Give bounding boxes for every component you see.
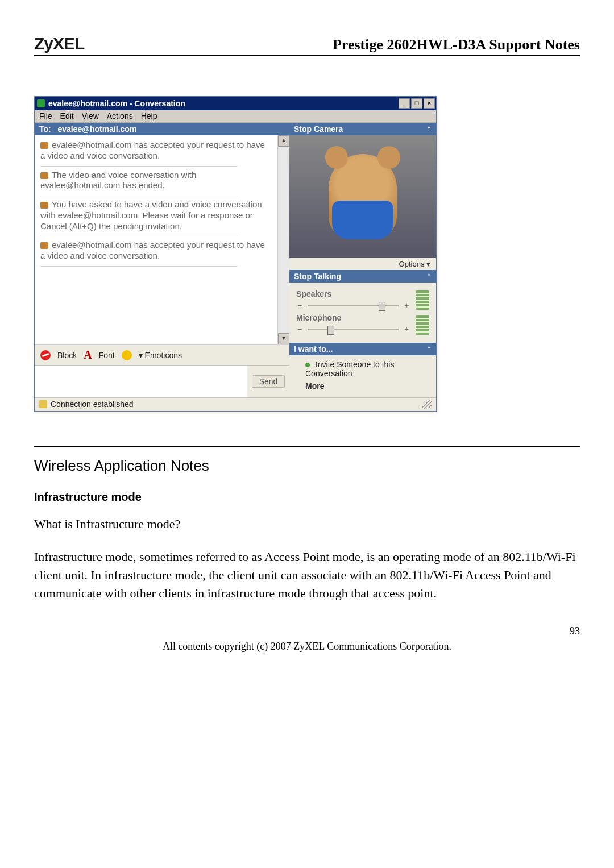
maximize-button[interactable]: □	[411, 98, 422, 109]
decrease-icon[interactable]: −	[296, 301, 303, 310]
menu-view[interactable]: View	[82, 111, 99, 121]
conversation-log: evalee@hotmail.com has accepted your req…	[35, 135, 277, 332]
panel-title: I want to...	[294, 344, 333, 354]
increase-icon[interactable]: +	[403, 301, 410, 310]
status-icon	[40, 242, 48, 249]
messenger-window: evalee@hotmail.com - Conversation _ □ × …	[34, 96, 437, 412]
log-line: evalee@hotmail.com has accepted your req…	[40, 140, 265, 160]
panel-stop-talking[interactable]: Stop Talking ⌃	[289, 270, 436, 283]
more-link[interactable]: More	[305, 381, 429, 391]
collapse-icon[interactable]: ⌃	[426, 273, 432, 280]
panel-i-want-to[interactable]: I want to... ⌃	[289, 343, 436, 355]
doc-header: ZyXEL Prestige 2602HWL-D3A Support Notes	[34, 34, 580, 56]
scrollbar[interactable]: ▲ ▼	[277, 135, 289, 344]
collapse-icon[interactable]: ⌃	[426, 126, 432, 133]
block-button[interactable]: Block	[57, 351, 77, 360]
speakers-slider[interactable]	[308, 305, 399, 306]
invite-link[interactable]: Invite Someone to this Conversation	[305, 360, 429, 378]
menu-edit[interactable]: Edit	[60, 111, 74, 121]
window-titlebar[interactable]: evalee@hotmail.com - Conversation _ □ ×	[35, 97, 436, 110]
menu-file[interactable]: File	[39, 111, 52, 121]
menubar: File Edit View Actions Help	[35, 110, 436, 123]
minimize-button[interactable]: _	[399, 98, 410, 109]
decrease-icon[interactable]: −	[296, 325, 303, 334]
panel-title: Stop Talking	[294, 272, 341, 281]
options-dropdown[interactable]: Options ▾	[399, 260, 430, 268]
increase-icon[interactable]: +	[403, 325, 410, 334]
to-value: evalee@hotmail.com	[57, 124, 136, 134]
collapse-icon[interactable]: ⌃	[426, 346, 432, 353]
block-icon[interactable]	[40, 350, 51, 360]
speaker-level-meter	[416, 290, 429, 310]
microphone-slider[interactable]	[308, 329, 399, 330]
window-title: evalee@hotmail.com - Conversation	[48, 99, 185, 108]
resize-grip-icon[interactable]	[422, 400, 432, 409]
log-line: evalee@hotmail.com has accepted your req…	[40, 240, 265, 260]
emoticon-icon[interactable]	[122, 350, 132, 360]
page-number: 93	[34, 625, 580, 637]
mic-level-meter	[416, 315, 429, 335]
body-text: What is Infrastructure mode?	[34, 515, 580, 533]
to-label: To:	[39, 124, 51, 134]
body-text: Infrastructure mode, sometimes referred …	[34, 548, 580, 603]
speakers-label: Speakers	[296, 289, 410, 298]
close-button[interactable]: ×	[424, 98, 435, 109]
microphone-label: Microphone	[296, 313, 410, 322]
status-icon	[40, 142, 48, 149]
panel-title: Stop Camera	[294, 124, 343, 134]
subsection-heading: Infrastructure mode	[34, 491, 580, 504]
emoticons-dropdown[interactable]: ▾ Emoticons	[139, 351, 182, 360]
send-button[interactable]: SSendend	[252, 375, 285, 388]
menu-help[interactable]: Help	[141, 111, 157, 121]
status-icon	[40, 172, 48, 179]
log-line: You have asked to have a video and voice…	[40, 200, 262, 231]
scroll-up-icon[interactable]: ▲	[278, 135, 289, 147]
section-heading: Wireless Application Notes	[34, 457, 580, 475]
status-icon	[40, 202, 48, 209]
message-input[interactable]	[35, 365, 247, 397]
menu-actions[interactable]: Actions	[107, 111, 133, 121]
font-button[interactable]: Font	[99, 351, 115, 360]
scroll-down-icon[interactable]: ▼	[278, 333, 289, 344]
video-content	[329, 154, 397, 239]
connection-icon	[39, 400, 47, 408]
panel-stop-camera[interactable]: Stop Camera ⌃	[289, 123, 436, 135]
section-divider	[34, 446, 580, 447]
status-bar: Connection established	[35, 397, 436, 411]
log-line: The video and voice conversation with ev…	[40, 170, 196, 190]
video-preview	[289, 135, 436, 258]
doc-title: Prestige 2602HWL-D3A Support Notes	[333, 36, 580, 53]
to-bar: To: evalee@hotmail.com	[35, 123, 289, 135]
font-icon[interactable]: A	[84, 348, 92, 362]
status-text: Connection established	[51, 400, 134, 409]
chat-toolbar: Block A Font ▾ Emoticons	[35, 344, 289, 365]
copyright-footer: All contents copyright (c) 2007 ZyXEL Co…	[34, 641, 580, 653]
logo: ZyXEL	[34, 34, 84, 53]
app-icon	[37, 99, 45, 107]
bullet-icon	[305, 363, 310, 367]
